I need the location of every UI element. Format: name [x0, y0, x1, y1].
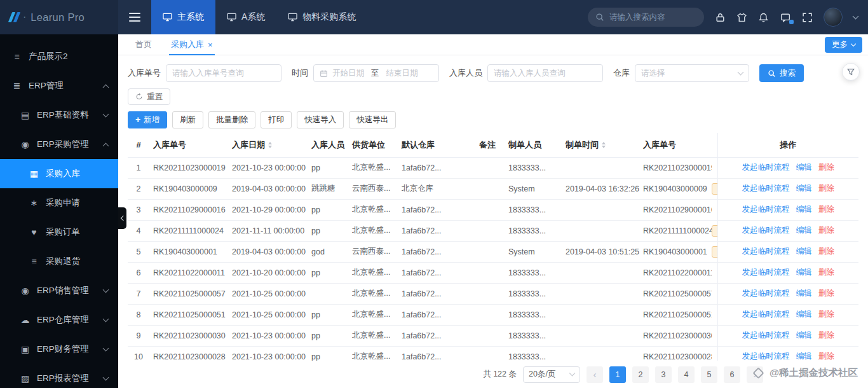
delete-link[interactable]: 删除 [818, 289, 834, 298]
warehouse-select[interactable]: 请选择 [635, 64, 749, 82]
table-row[interactable]: 6RK202110220000112021-10-20 00:00:00pp北京… [128, 262, 858, 283]
table-row[interactable]: 7RK202110250000572021-10-25 00:00:00北京乾盛… [128, 283, 858, 304]
edit-link[interactable]: 编辑 [796, 226, 812, 235]
start-workflow-link[interactable]: 发起临时流程 [742, 205, 790, 214]
toolbar-button-1[interactable]: +新增 [128, 111, 167, 128]
sort-desc-icon[interactable] [602, 146, 606, 148]
start-workflow-link[interactable]: 发起临时流程 [742, 163, 790, 172]
table-row[interactable]: 8RK202110250000512021-10-25 00:00:00pp北京… [128, 304, 858, 325]
sort-desc-icon[interactable] [268, 146, 272, 148]
sidebar-item-3[interactable]: ▤ERP基础资料 [0, 100, 118, 130]
table-row[interactable]: 4RK202111110000242021-11-11 00:00:00pp北京… [128, 220, 858, 241]
global-search-input[interactable]: 请输入搜索内容 [588, 8, 704, 27]
toolbar-button-3[interactable]: 批量删除 [208, 111, 255, 128]
column-header[interactable]: 制单时间 [562, 133, 639, 157]
sidebar-item-11[interactable]: ▣ERP财务管理 [0, 335, 118, 364]
sidebar-item-2[interactable]: ≣ERP管理 [0, 71, 118, 100]
edit-link[interactable]: 编辑 [796, 352, 812, 361]
start-workflow-link[interactable]: 发起临时流程 [742, 352, 790, 361]
date-range-picker[interactable]: 开始日期 至 结束日期 [313, 64, 439, 82]
page-button-4[interactable]: 4 [678, 366, 695, 383]
start-workflow-link[interactable]: 发起临时流程 [742, 289, 790, 298]
sidebar-item-1[interactable]: ≡产品展示2 [0, 42, 118, 71]
sort-asc-icon[interactable] [268, 142, 272, 144]
prev-page-button[interactable]: ‹ [587, 366, 603, 383]
start-workflow-link[interactable]: 发起临时流程 [742, 310, 790, 319]
user-menu-caret-icon[interactable] [853, 13, 859, 19]
page-button-2[interactable]: 2 [632, 366, 649, 383]
top-system-tab-2[interactable]: A系统 [215, 0, 276, 34]
delete-link[interactable]: 删除 [818, 352, 834, 361]
toolbar-button-2[interactable]: 刷新 [172, 111, 203, 128]
edit-link[interactable]: 编辑 [796, 205, 812, 214]
column-header[interactable]: 入库日期 [228, 133, 308, 157]
page-tab-1[interactable]: 首页 [126, 34, 161, 55]
sort-icons[interactable] [602, 142, 606, 148]
message-icon[interactable] [780, 12, 791, 23]
toolbar-button-5[interactable]: 快速导入 [297, 111, 344, 128]
sort-asc-icon[interactable] [602, 142, 606, 144]
page-tab-2[interactable]: 采购入库× [161, 34, 222, 55]
more-button[interactable]: 更多 [825, 37, 862, 53]
delete-link[interactable]: 删除 [818, 163, 834, 172]
delete-link[interactable]: 删除 [818, 331, 834, 340]
table-row[interactable]: 10RK202110230000282021-10-23 00:00:00pp北… [128, 346, 858, 361]
edit-link[interactable]: 编辑 [796, 268, 812, 277]
edit-link[interactable]: 编辑 [796, 163, 812, 172]
edit-link[interactable]: 编辑 [796, 331, 812, 340]
table-row[interactable]: 9RK202110230000302021-10-23 00:00:00pp北京… [128, 325, 858, 346]
start-workflow-link[interactable]: 发起临时流程 [742, 184, 790, 193]
toolbar-button-6[interactable]: 快速导出 [349, 111, 396, 128]
edit-link[interactable]: 编辑 [796, 247, 812, 256]
user-avatar[interactable] [824, 8, 843, 27]
delete-link[interactable]: 删除 [818, 184, 834, 193]
top-system-tab-3[interactable]: 物料采购系统 [276, 0, 367, 34]
delete-link[interactable]: 删除 [818, 268, 834, 277]
fullscreen-icon[interactable] [802, 12, 813, 23]
sidebar-item-4[interactable]: ◉ERP采购管理 [0, 130, 118, 159]
sort-icons[interactable] [268, 142, 272, 148]
start-workflow-link[interactable]: 发起临时流程 [742, 268, 790, 277]
delete-link[interactable]: 删除 [818, 226, 834, 235]
sidebar-item-6[interactable]: ∗采购申请 [0, 188, 118, 218]
next-page-button[interactable]: › [747, 366, 763, 383]
table-row[interactable]: 3RK202110290000162021-10-29 00:00:00pp北京… [128, 199, 858, 220]
start-workflow-link[interactable]: 发起临时流程 [742, 247, 790, 256]
advanced-search-toggle[interactable] [842, 63, 860, 81]
sidebar-item-8[interactable]: ≡采购退货 [0, 247, 118, 276]
delete-link[interactable]: 删除 [818, 205, 834, 214]
start-workflow-link[interactable]: 发起临时流程 [742, 331, 790, 340]
table-row[interactable]: 1RK202110230000192021-10-23 00:00:00pp北京… [128, 157, 858, 178]
reset-button[interactable]: 重置 [128, 88, 170, 105]
sidebar-item-7[interactable]: ♥采购订单 [0, 218, 118, 247]
top-system-tab-1[interactable]: 主系统 [151, 0, 215, 34]
page-size-select[interactable]: 20条/页 [523, 366, 580, 383]
sidebar-item-5[interactable]: ▦采购入库 [0, 159, 118, 188]
table-row[interactable]: 5RK1904030000012019-04-03 00:00:00god云南西… [128, 241, 858, 262]
operator-input[interactable] [487, 64, 603, 82]
delete-link[interactable]: 删除 [818, 310, 834, 319]
page-button-1[interactable]: 1 [609, 366, 626, 383]
order-no-input[interactable] [166, 64, 281, 82]
page-button-3[interactable]: 3 [655, 366, 672, 383]
page-button-6[interactable]: 6 [724, 366, 740, 383]
sidebar-collapse-handle[interactable] [118, 207, 126, 229]
toolbar-button-4[interactable]: 打印 [261, 111, 292, 128]
edit-link[interactable]: 编辑 [796, 184, 812, 193]
skin-theme-icon[interactable] [736, 12, 747, 23]
start-workflow-link[interactable]: 发起临时流程 [742, 226, 790, 235]
table-row[interactable]: 2RK1904030000092019-04-03 00:00:00跳跳糖云南西… [128, 178, 858, 199]
lock-icon[interactable] [715, 12, 726, 23]
search-button[interactable]: 搜索 [759, 64, 804, 82]
page-button-5[interactable]: 5 [701, 366, 717, 383]
sidebar-item-12[interactable]: ▨ERP报表管理 [0, 364, 118, 388]
sidebar-item-9[interactable]: ◉ERP销售管理 [0, 276, 118, 305]
menu-toggle-icon[interactable] [118, 0, 151, 34]
edit-link[interactable]: 编辑 [796, 310, 812, 319]
edit-link[interactable]: 编辑 [796, 289, 812, 298]
delete-link[interactable]: 删除 [818, 247, 834, 256]
bell-icon[interactable] [758, 12, 769, 23]
sidebar-item-10[interactable]: ☁ERP仓库管理 [0, 305, 118, 335]
close-tab-icon[interactable]: × [208, 41, 213, 49]
chart-icon: ▨ [20, 373, 31, 384]
